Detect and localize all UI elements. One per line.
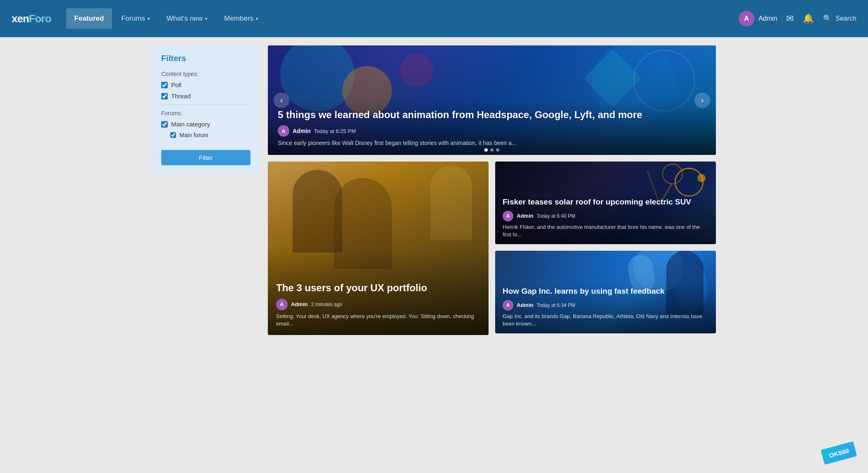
card-gap-title: How Gap Inc. learns by using fast feedba… — [503, 286, 708, 297]
card-gap-content: How Gap Inc. learns by using fast feedba… — [495, 280, 716, 333]
forums-chevron-icon: ▾ — [148, 16, 150, 21]
filter-button[interactable]: Filter — [161, 150, 250, 165]
main-content: 5 things we learned about animation from… — [268, 45, 716, 335]
hero-time: Today at 6:25 PM — [314, 128, 356, 134]
whats-new-label: What's new — [167, 14, 203, 23]
card-ux-time: 2 minutes ago — [311, 302, 342, 307]
card-gap-desc: Gap Inc. and its brands Gap, Banana Repu… — [503, 313, 708, 328]
nav-item-featured[interactable]: Featured — [66, 8, 112, 29]
search-icon: 🔍 — [823, 14, 832, 23]
card-ux-avatar: A — [276, 299, 288, 310]
card-gap-meta: A Admin Today at 6:34 PM — [503, 300, 708, 311]
card-fisker[interactable]: Fisker teases solar roof for upcoming el… — [495, 162, 716, 244]
card-ux-meta: A Admin 2 minutes ago — [276, 299, 480, 310]
forums-label: Forums — [121, 14, 145, 23]
card-fisker-avatar: A — [503, 211, 513, 221]
filters-divider — [161, 105, 250, 105]
whats-new-chevron-icon: ▾ — [205, 16, 207, 21]
main-forum-item: Main forum — [170, 132, 250, 138]
card-gap-author: Admin — [517, 302, 533, 308]
hero-title: 5 things we learned about animation from… — [278, 108, 706, 121]
card-ux-desc: Setting: Your desk, UX agency where you'… — [276, 313, 480, 328]
main-forum-label[interactable]: Main forum — [179, 132, 208, 138]
poll-label[interactable]: Poll — [171, 81, 181, 88]
dot-2[interactable] — [490, 148, 494, 152]
nav-item-forums[interactable]: Forums ▾ — [114, 8, 157, 29]
hero-dots — [484, 148, 499, 152]
admin-user[interactable]: A Admin — [739, 11, 777, 26]
main-forum-checkbox[interactable] — [170, 132, 176, 138]
card-ux-author: Admin — [291, 301, 308, 307]
main-category-checkbox[interactable] — [161, 121, 168, 128]
main-category-label[interactable]: Main category — [171, 121, 210, 128]
card-gap-avatar: A — [503, 300, 513, 311]
card-fisker-desc: Henrik Fisker, and the automotive manufa… — [503, 223, 708, 238]
poll-filter-item: Poll — [161, 81, 250, 88]
thread-checkbox[interactable] — [161, 93, 168, 100]
right-column: Fisker teases solar roof for upcoming el… — [495, 162, 716, 335]
search-button[interactable]: 🔍 Search — [823, 14, 856, 23]
card-fisker-meta: A Admin Today at 6:40 PM — [503, 211, 708, 221]
card-fisker-title: Fisker teases solar roof for upcoming el… — [503, 197, 708, 207]
hero-content: 5 things we learned about animation from… — [268, 101, 716, 155]
members-chevron-icon: ▾ — [256, 16, 258, 21]
card-ux-title: The 3 users of your UX portfolio — [276, 281, 480, 294]
filters-box: Filters Content types: Poll Thread Forum… — [152, 45, 260, 174]
hero-desc: Since early pioneers like Walt Disney fi… — [278, 139, 706, 147]
card-ux-content: The 3 users of your UX portfolio A Admin… — [268, 274, 489, 335]
hero-meta: A Admin Today at 6:25 PM — [278, 125, 706, 137]
dot-3[interactable] — [496, 148, 499, 152]
dot-1[interactable] — [484, 148, 488, 152]
bottom-grid: The 3 users of your UX portfolio A Admin… — [268, 162, 716, 335]
avatar: A — [739, 11, 754, 26]
hero-author: Admin — [293, 128, 311, 134]
card-ux-portfolio[interactable]: The 3 users of your UX portfolio A Admin… — [268, 162, 489, 335]
bell-icon[interactable]: 🔔 — [803, 13, 814, 24]
thread-label[interactable]: Thread — [171, 93, 191, 100]
thread-filter-item: Thread — [161, 93, 250, 100]
hero-card[interactable]: 5 things we learned about animation from… — [268, 45, 716, 155]
main-category-item: Main category — [161, 121, 250, 128]
card-fisker-content: Fisker teases solar roof for upcoming el… — [495, 191, 716, 244]
nav-item-members[interactable]: Members ▾ — [217, 8, 266, 29]
hero-avatar: A — [278, 125, 289, 137]
filters-title: Filters — [161, 54, 250, 63]
members-label: Members — [224, 14, 253, 23]
logo[interactable]: xenForo — [12, 12, 51, 25]
nav-items: Featured Forums ▾ What's new ▾ Members ▾ — [66, 8, 739, 29]
search-label: Search — [835, 15, 856, 22]
logo-foro: Foro — [29, 12, 51, 25]
card-gap[interactable]: How Gap Inc. learns by using fast feedba… — [495, 251, 716, 333]
page-body: Filters Content types: Poll Thread Forum… — [141, 37, 727, 343]
card-gap-time: Today at 6:34 PM — [537, 302, 575, 308]
next-arrow[interactable]: › — [694, 93, 710, 108]
featured-label: Featured — [74, 14, 104, 23]
nav-item-whats-new[interactable]: What's new ▾ — [159, 8, 215, 29]
forums-section-label: Forums: — [161, 110, 250, 116]
sidebar: Filters Content types: Poll Thread Forum… — [152, 45, 260, 335]
logo-xen: xen — [12, 12, 29, 25]
nav-right: A Admin ✉ 🔔 🔍 Search — [739, 11, 856, 26]
card-fisker-time: Today at 6:40 PM — [537, 213, 575, 219]
content-types-label: Content types: — [161, 71, 250, 77]
mail-icon[interactable]: ✉ — [786, 13, 794, 24]
card-fisker-author: Admin — [517, 213, 533, 219]
admin-name: Admin — [758, 15, 777, 22]
navbar: xenForo Featured Forums ▾ What's new ▾ M… — [0, 0, 868, 37]
prev-arrow[interactable]: ‹ — [274, 93, 289, 108]
poll-checkbox[interactable] — [161, 82, 168, 88]
